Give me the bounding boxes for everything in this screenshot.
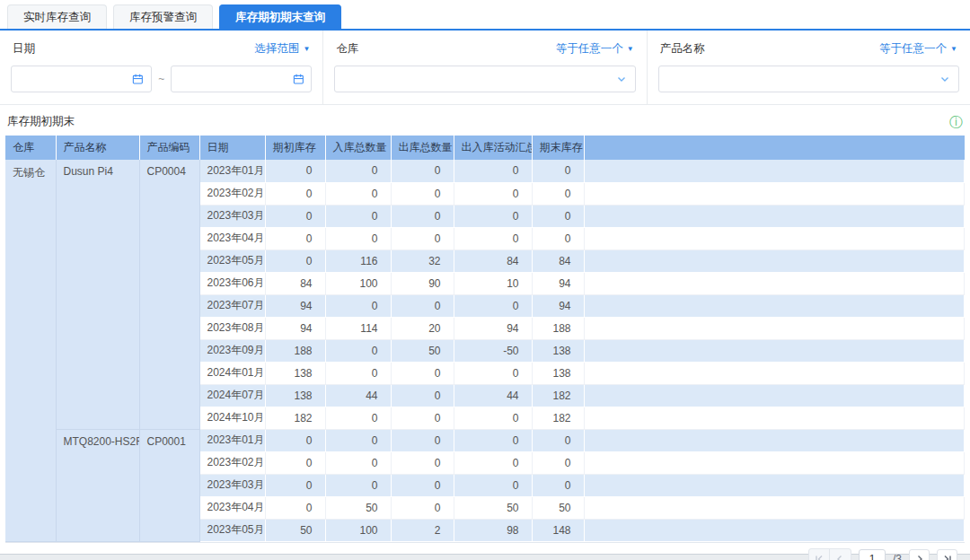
cell-value: 138: [265, 362, 325, 384]
cell-date: 2023年02月: [199, 451, 265, 474]
filter-product-name: 产品名称 等于任意一个 ▼: [648, 31, 970, 104]
date-operator-label: 选择范围: [254, 41, 299, 57]
page-total-label: /3: [893, 553, 902, 560]
cell-value: 116: [325, 249, 391, 272]
cell-product-code: CP0004: [139, 160, 199, 429]
cell-value: 84: [532, 249, 584, 272]
caret-down-icon: ▼: [303, 45, 310, 53]
date-operator-dropdown[interactable]: 选择范围 ▼: [254, 41, 310, 57]
last-page-button[interactable]: [937, 549, 957, 560]
cell-value: 0: [454, 451, 532, 474]
cell-value: 0: [391, 160, 454, 182]
date-range-separator: ~: [158, 73, 164, 85]
cell-value: 0: [454, 407, 532, 429]
date-from-input[interactable]: [19, 73, 132, 85]
date-from-field[interactable]: [11, 66, 152, 92]
page-number-input[interactable]: [859, 549, 886, 560]
column-header: 产品编码: [139, 136, 199, 160]
cell-date: 2024年01月: [199, 362, 265, 384]
cell-value: 0: [325, 362, 391, 384]
cell-value: 100: [325, 519, 391, 541]
cell-filler: [584, 451, 965, 474]
cell-date: 2023年06月: [199, 272, 265, 294]
cell-value: 0: [391, 205, 454, 227]
column-header: 仓库: [5, 136, 56, 160]
inventory-table-section: 库存期初期末 ⓘ 仓库产品名称产品编码日期期初库存入库总数量出库总数量出入库活动…: [0, 105, 970, 560]
product-operator-dropdown[interactable]: 等于任意一个 ▼: [879, 41, 957, 57]
cell-value: 50: [454, 496, 532, 519]
prev-page-button[interactable]: [830, 549, 851, 560]
cell-value: 0: [265, 205, 325, 227]
chevron-down-icon: [615, 73, 628, 85]
cell-value: 0: [391, 362, 454, 384]
cell-value: 0: [265, 429, 325, 451]
cell-value: 0: [454, 429, 532, 451]
cell-filler: [584, 160, 965, 182]
warehouse-operator-label: 等于任意一个: [556, 41, 623, 57]
cell-value: 0: [391, 451, 454, 474]
cell-filler: [584, 272, 965, 294]
cell-value: 50: [325, 496, 391, 519]
caret-down-icon: ▼: [627, 45, 634, 53]
cell-date: 2023年02月: [199, 182, 265, 205]
cell-value: 0: [391, 227, 454, 249]
date-to-field[interactable]: [171, 66, 312, 92]
inventory-table-wrap: 仓库产品名称产品编码日期期初库存入库总数量出库总数量出入库活动汇总期末库存 无锡…: [5, 136, 965, 543]
tab-inventory-warning[interactable]: 库存预警查询: [113, 4, 213, 29]
cell-product-code: CP0001: [139, 429, 199, 541]
cell-value: 0: [325, 182, 391, 205]
cell-value: 84: [454, 249, 532, 272]
cell-value: 44: [325, 384, 391, 407]
cell-product-name: MTQ8200-HS2F: [56, 429, 139, 541]
cell-filler: [584, 249, 965, 272]
cell-value: 50: [532, 496, 584, 519]
product-select[interactable]: [658, 66, 959, 92]
cell-date: 2023年07月: [199, 294, 265, 317]
column-header: 出入库活动汇总: [454, 136, 532, 160]
next-page-button[interactable]: [909, 549, 930, 560]
cell-date: 2023年01月: [199, 429, 265, 451]
cell-value: 0: [265, 451, 325, 474]
cell-value: 50: [265, 519, 325, 541]
cell-value: 188: [532, 317, 584, 339]
info-icon[interactable]: ⓘ: [949, 115, 963, 128]
table-row[interactable]: 无锡仓Dusun Pi4CP00042023年01月00000: [5, 160, 965, 182]
cell-value: 0: [325, 227, 391, 249]
cell-value: 182: [532, 384, 584, 407]
cell-filler: [584, 227, 965, 249]
table-row[interactable]: MTQ8200-HS2FCP00012023年01月00000: [5, 429, 965, 451]
cell-value: 84: [265, 272, 325, 294]
cell-value: 0: [454, 227, 532, 249]
cell-warehouse: 无锡仓: [5, 160, 56, 541]
tab-opening-closing-inventory[interactable]: 库存期初期末查询: [219, 4, 341, 29]
cell-value: 0: [532, 160, 584, 182]
cell-value: 0: [454, 294, 532, 317]
cell-date: 2024年07月: [199, 384, 265, 407]
cell-date: 2023年08月: [199, 317, 265, 339]
tab-realtime-inventory[interactable]: 实时库存查询: [7, 4, 107, 29]
first-page-icon: [814, 554, 824, 560]
warehouse-filter-label: 仓库: [336, 41, 358, 57]
date-filter-label: 日期: [13, 41, 35, 57]
cell-date: 2023年01月: [199, 160, 265, 182]
chevron-right-icon: [914, 554, 925, 560]
warehouse-operator-dropdown[interactable]: 等于任意一个 ▼: [556, 41, 634, 57]
cell-value: 0: [391, 407, 454, 429]
table-body: 无锡仓Dusun Pi4CP00042023年01月000002023年02月0…: [5, 160, 965, 541]
inventory-table: 仓库产品名称产品编码日期期初库存入库总数量出库总数量出入库活动汇总期末库存 无锡…: [5, 136, 965, 542]
column-header: 产品名称: [56, 136, 139, 160]
cell-date: 2023年04月: [199, 227, 265, 249]
cell-value: 182: [265, 407, 325, 429]
warehouse-select[interactable]: [334, 66, 635, 92]
date-to-input[interactable]: [179, 73, 292, 85]
cell-filler: [584, 294, 965, 317]
caret-down-icon: ▼: [950, 45, 957, 53]
cell-filler: [584, 429, 965, 451]
cell-value: 0: [532, 182, 584, 205]
cell-value: 44: [454, 384, 532, 407]
cell-date: 2023年05月: [199, 249, 265, 272]
cell-value: 114: [325, 317, 391, 339]
cell-value: 0: [532, 227, 584, 249]
first-page-button[interactable]: [809, 549, 830, 560]
column-header-filler: [584, 136, 965, 160]
